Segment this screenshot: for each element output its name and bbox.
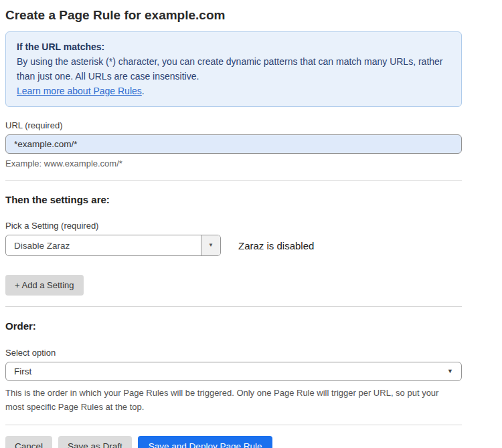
- url-field-label: URL (required): [5, 120, 462, 131]
- learn-more-link[interactable]: Learn more about Page Rules: [17, 86, 142, 96]
- divider: [5, 180, 462, 181]
- setting-select-arrow-button[interactable]: ▼: [201, 235, 220, 255]
- order-section-heading: Order:: [5, 320, 462, 332]
- chevron-down-icon: ▼: [447, 368, 453, 374]
- page-rule-form: Create a Page Rule for example.com If th…: [5, 7, 462, 448]
- pick-setting-label: Pick a Setting (required): [5, 221, 462, 231]
- setting-picker-row: Disable Zaraz ▼ Zaraz is disabled: [5, 235, 462, 256]
- divider: [5, 306, 462, 307]
- order-select-label: Select option: [5, 348, 462, 358]
- divider: [5, 425, 462, 425]
- info-box-link-row: Learn more about Page Rules.: [17, 84, 450, 98]
- form-actions: Cancel Save as Draft Save and Deploy Pag…: [5, 436, 462, 448]
- url-input[interactable]: [5, 134, 462, 154]
- order-help-text: This is the order in which your Page Rul…: [5, 386, 455, 414]
- info-box-heading: If the URL matches:: [17, 39, 450, 54]
- chevron-down-icon: ▼: [208, 243, 214, 248]
- add-setting-button[interactable]: + Add a Setting: [5, 275, 84, 296]
- setting-status-text: Zaraz is disabled: [238, 240, 314, 251]
- order-select-value: First: [14, 366, 31, 376]
- url-example-hint: Example: www.example.com/*: [5, 158, 462, 169]
- setting-select-value: Disable Zaraz: [6, 235, 201, 255]
- order-select[interactable]: First ▼: [5, 362, 462, 381]
- info-box-body: By using the asterisk (*) character, you…: [17, 54, 450, 84]
- save-as-draft-button[interactable]: Save as Draft: [58, 436, 132, 448]
- settings-section-heading: Then the settings are:: [5, 194, 462, 206]
- page-title: Create a Page Rule for example.com: [5, 7, 462, 23]
- save-and-deploy-button[interactable]: Save and Deploy Page Rule: [138, 436, 273, 448]
- cancel-button[interactable]: Cancel: [5, 436, 52, 448]
- link-suffix: .: [142, 86, 145, 96]
- setting-select[interactable]: Disable Zaraz ▼: [5, 235, 221, 256]
- url-match-info-box: If the URL matches: By using the asteris…: [5, 31, 462, 107]
